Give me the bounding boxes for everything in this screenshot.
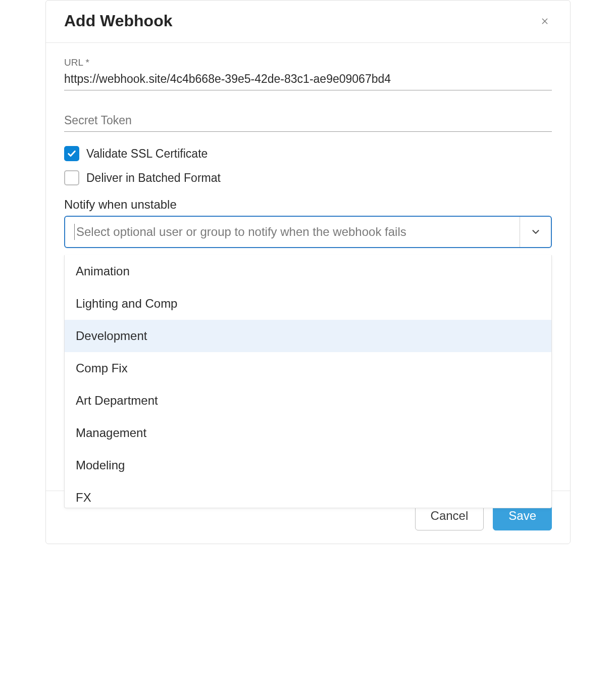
validate-ssl-checkbox[interactable] <box>64 146 79 161</box>
url-input[interactable] <box>64 69 552 90</box>
notify-placeholder: Select optional user or group to notify … <box>74 225 406 239</box>
url-field: URL * <box>64 57 552 90</box>
batched-label: Deliver in Batched Format <box>86 171 221 185</box>
notify-option[interactable]: Management <box>65 417 551 449</box>
notify-option[interactable]: Lighting and Comp <box>65 287 551 320</box>
notify-select-value: Select optional user or group to notify … <box>65 217 520 247</box>
notify-option[interactable]: Art Department <box>65 384 551 417</box>
batched-row: Deliver in Batched Format <box>64 170 552 185</box>
modal-header: Add Webhook <box>46 1 570 43</box>
secret-token-field <box>64 111 552 132</box>
notify-dropdown: AnimationLighting and CompDevelopmentCom… <box>64 255 552 508</box>
notify-label: Notify when unstable <box>64 198 552 212</box>
url-label: URL * <box>64 57 552 68</box>
notify-option[interactable]: FX <box>65 481 551 508</box>
notify-option[interactable]: Development <box>65 320 551 352</box>
modal-title: Add Webhook <box>64 12 173 30</box>
modal-body: URL * Validate SSL Certificate Deliver i… <box>46 43 570 248</box>
notify-select[interactable]: Select optional user or group to notify … <box>64 216 552 248</box>
notify-select-indicator[interactable] <box>520 217 551 247</box>
secret-token-input[interactable] <box>64 111 552 132</box>
validate-ssl-row: Validate SSL Certificate <box>64 146 552 161</box>
add-webhook-modal: Add Webhook URL * Validate SSL Certifica… <box>45 0 571 544</box>
notify-option[interactable]: Animation <box>65 255 551 287</box>
check-icon <box>67 149 77 159</box>
chevron-down-icon <box>530 226 541 237</box>
close-icon <box>541 16 549 27</box>
notify-option[interactable]: Modeling <box>65 449 551 481</box>
notify-option[interactable]: Comp Fix <box>65 352 551 384</box>
batched-checkbox[interactable] <box>64 170 79 185</box>
close-button[interactable] <box>538 14 552 28</box>
notify-select-wrap: Select optional user or group to notify … <box>64 216 552 248</box>
validate-ssl-label: Validate SSL Certificate <box>86 147 208 161</box>
